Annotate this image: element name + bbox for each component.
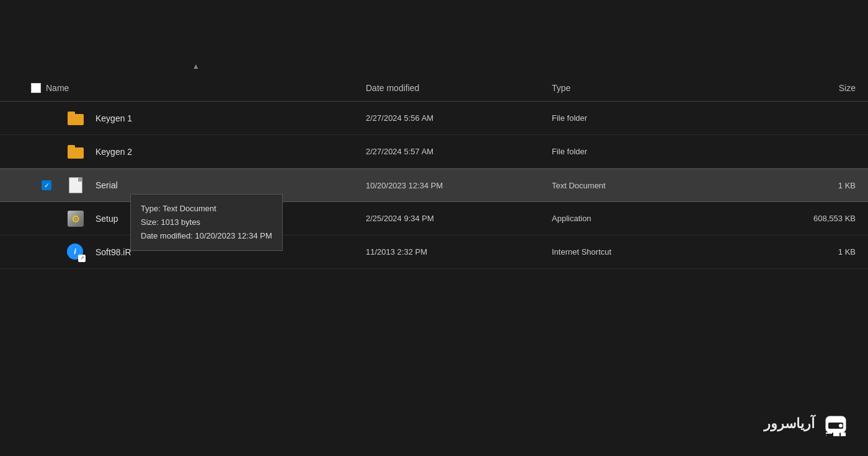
file-name-cell: Keygen 2: [0, 143, 366, 160]
table-row[interactable]: ↗ Soft98.iR 11/2013 2:32 PM Internet Sho…: [0, 235, 868, 269]
file-name: Soft98.iR: [95, 247, 131, 257]
file-name-cell: ✓ Serial: [0, 177, 366, 194]
svg-rect-4: [833, 432, 839, 436]
table-row[interactable]: Keygen 1 2/27/2024 5:56 AM File folder: [0, 102, 868, 135]
file-name-cell: Keygen 1: [0, 110, 366, 127]
file-type: Application: [552, 214, 713, 223]
file-date: 11/2013 2:32 PM: [366, 247, 552, 256]
file-name: Keygen 1: [95, 113, 132, 123]
col-name-header[interactable]: Name: [0, 83, 366, 93]
type-column-label: Type: [552, 83, 570, 93]
svg-point-2: [839, 424, 843, 428]
file-name-cell: ↗ Soft98.iR: [0, 243, 366, 261]
row-checkbox[interactable]: [41, 113, 52, 124]
row-checkbox[interactable]: [41, 213, 52, 224]
col-type-header[interactable]: Type: [552, 83, 713, 93]
column-header-row: Name Date modified Type Size: [0, 74, 868, 102]
select-all-checkbox[interactable]: [31, 83, 41, 93]
file-name: Keygen 2: [95, 147, 132, 157]
file-size: 608,553 KB: [713, 214, 868, 223]
file-name: Setup: [95, 214, 118, 224]
internet-shortcut-icon: ↗: [67, 243, 84, 261]
file-size: 1 KB: [713, 247, 868, 256]
file-type: File folder: [552, 113, 713, 123]
watermark-hdd-icon: [822, 410, 849, 437]
file-type: Text Document: [552, 181, 713, 190]
setup-app-icon: [67, 210, 84, 227]
file-name: Serial: [95, 180, 118, 190]
file-date: 2/27/2024 5:57 AM: [366, 147, 552, 156]
date-column-label: Date modified: [366, 83, 419, 93]
table-row[interactable]: Setup 2/25/2024 9:34 PM Application 608,…: [0, 202, 868, 235]
file-name-cell: Setup: [0, 210, 366, 227]
file-size: 1 KB: [713, 181, 868, 190]
row-checkbox[interactable]: [41, 247, 52, 258]
watermark: آریاسرور: [764, 410, 849, 437]
sort-indicator: ▲: [192, 62, 200, 71]
file-date: 10/20/2023 12:34 PM: [366, 181, 552, 190]
folder-icon: [67, 110, 84, 127]
checkbox-check-icon: ✓: [42, 180, 51, 190]
name-column-label: Name: [46, 83, 69, 93]
col-date-header[interactable]: Date modified: [366, 83, 552, 93]
table-row[interactable]: Keygen 2 2/27/2024 5:57 AM File folder: [0, 135, 868, 169]
watermark-text: آریاسرور: [764, 416, 815, 432]
table-row[interactable]: ✓ Serial 10/20/2023 12:34 PM Text Docume…: [0, 169, 868, 202]
file-type: Internet Shortcut: [552, 247, 713, 256]
folder-icon: [67, 143, 84, 160]
row-checkbox[interactable]: [41, 146, 52, 157]
size-column-label: Size: [839, 83, 856, 93]
col-size-header[interactable]: Size: [713, 83, 868, 93]
row-checkbox[interactable]: ✓: [41, 180, 52, 191]
file-date: 2/25/2024 9:34 PM: [366, 214, 552, 223]
shortcut-arrow: ↗: [78, 255, 86, 262]
text-doc-icon: [67, 177, 84, 194]
file-explorer: ▲ Name Date modified Type Size Keygen 1 …: [0, 0, 868, 456]
svg-rect-5: [841, 432, 846, 436]
file-date: 2/27/2024 5:56 AM: [366, 113, 552, 123]
file-type: File folder: [552, 147, 713, 156]
